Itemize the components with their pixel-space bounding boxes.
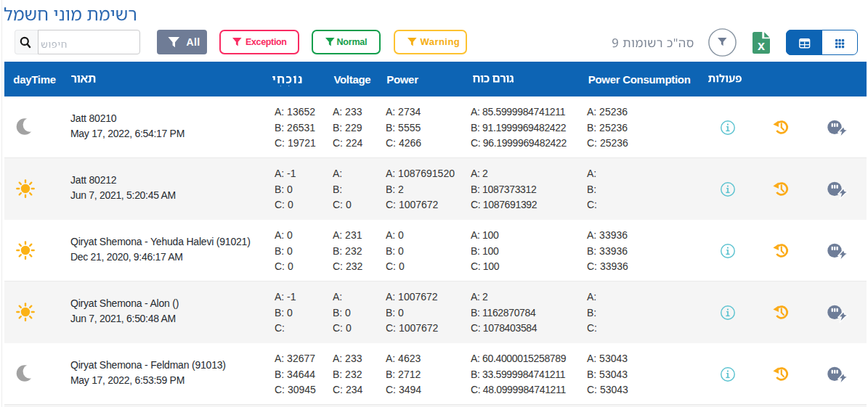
svg-text:x: x [758, 38, 765, 53]
